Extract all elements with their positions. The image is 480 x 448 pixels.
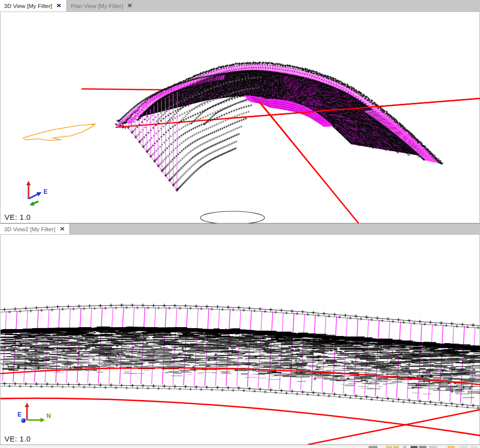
tab-label: 3D View2 [My Filter] bbox=[4, 226, 56, 232]
3d-viewport[interactable]: VE: 1.0 bbox=[0, 12, 480, 223]
close-icon[interactable]: ✕ bbox=[56, 3, 62, 8]
toolbar-icon-sliver[interactable] bbox=[460, 446, 468, 448]
tab-label: 3D View [My Filter] bbox=[4, 3, 52, 9]
toolbar-icon-sliver[interactable] bbox=[368, 446, 378, 448]
viewport-panel-bottom: 3D View2 [My Filter] ✕ VE: 1.0 bbox=[0, 223, 480, 445]
tab-3d-view2[interactable]: 3D View2 [My Filter] ✕ bbox=[0, 224, 70, 234]
tab-bar-top: 3D View [My Filter] ✕ Plan View [My Filt… bbox=[0, 0, 480, 12]
3d-view2-canvas[interactable] bbox=[0, 235, 480, 445]
3d-view-canvas[interactable] bbox=[0, 12, 480, 223]
toolbar-icon-sliver[interactable] bbox=[470, 446, 478, 448]
toolbar-icon-sliver[interactable] bbox=[403, 446, 406, 448]
tab-plan-view[interactable]: Plan View [My Filter] ✕ bbox=[67, 0, 138, 11]
toolbar-icon-sliver[interactable] bbox=[429, 446, 437, 448]
3d-viewport-2[interactable]: VE: 1.0 bbox=[0, 235, 480, 445]
toolbar-icon-sliver[interactable] bbox=[419, 446, 426, 448]
toolbar-strip-clipped bbox=[0, 445, 480, 448]
application-window: 3D View [My Filter] ✕ Plan View [My Filt… bbox=[0, 0, 480, 448]
tab-bar-bottom: 3D View2 [My Filter] ✕ bbox=[0, 223, 480, 235]
toolbar-icon-sliver[interactable] bbox=[410, 446, 418, 448]
close-icon[interactable]: ✕ bbox=[60, 226, 65, 232]
vertical-exaggeration-label: VE: 1.0 bbox=[4, 213, 31, 221]
toolbar-icon-sliver[interactable] bbox=[393, 446, 399, 448]
tab-label: Plan View [My Filter] bbox=[71, 3, 124, 9]
vertical-exaggeration-label: VE: 1.0 bbox=[4, 435, 31, 443]
viewport-panel-top: 3D View [My Filter] ✕ Plan View [My Filt… bbox=[0, 0, 480, 223]
close-icon[interactable]: ✕ bbox=[127, 3, 132, 8]
toolbar-icon-sliver[interactable] bbox=[386, 446, 392, 448]
toolbar-icon-sliver[interactable] bbox=[448, 446, 455, 448]
tab-3d-view[interactable]: 3D View [My Filter] ✕ bbox=[0, 0, 67, 11]
